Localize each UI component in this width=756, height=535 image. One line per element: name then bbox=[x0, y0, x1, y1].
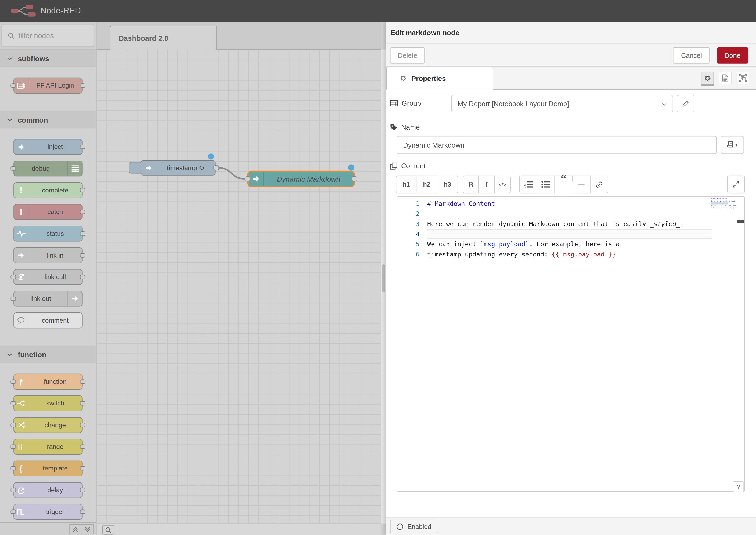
palette-search-input[interactable] bbox=[18, 31, 86, 40]
output-port bbox=[80, 253, 86, 258]
code-line-1: # Markdown Content bbox=[427, 199, 711, 209]
editor-minimap[interactable]: # Markdown ContentHere we can render dyn… bbox=[711, 198, 736, 217]
palette-node-label: range bbox=[29, 439, 82, 454]
palette-node-label: delay bbox=[29, 483, 82, 498]
palette-node-debug[interactable]: debug bbox=[14, 160, 82, 176]
blockquote-button[interactable]: “ bbox=[555, 176, 573, 182]
node-changed-dot bbox=[208, 153, 214, 159]
palette-node-link-out[interactable]: link out bbox=[14, 291, 82, 306]
editor-help-button[interactable]: ? bbox=[733, 481, 744, 492]
chevron-down-icon bbox=[662, 103, 667, 106]
palette-node-trigger[interactable]: trigger bbox=[14, 504, 82, 520]
code-button[interactable]: </> bbox=[495, 176, 511, 193]
app-header: Node-RED bbox=[0, 0, 756, 22]
node-changed-dot bbox=[348, 164, 354, 171]
palette-category-common[interactable]: common bbox=[0, 111, 96, 128]
flow-node-dynamic-markdown[interactable]: Dynamic Markdown bbox=[247, 171, 355, 187]
cancel-button[interactable]: Cancel bbox=[673, 47, 710, 64]
palette-filter-strip bbox=[0, 22, 96, 50]
tray-toolbar: Delete Cancel Done bbox=[386, 44, 756, 67]
heading1-button[interactable]: h1 bbox=[396, 176, 416, 193]
palette-node-switch[interactable]: switch bbox=[14, 395, 82, 411]
collapse-all-button[interactable] bbox=[70, 524, 81, 534]
canvas-footer bbox=[97, 524, 381, 535]
description-view-button[interactable] bbox=[719, 72, 732, 84]
chevron-down-icon bbox=[7, 353, 13, 356]
palette-node-status[interactable]: status bbox=[14, 226, 82, 241]
done-button[interactable]: Done bbox=[717, 47, 748, 64]
expand-editor-button[interactable] bbox=[727, 176, 745, 193]
workspace-tab-dashboard[interactable]: Dashboard 2.0 bbox=[110, 26, 217, 50]
input-port bbox=[11, 466, 16, 470]
palette-node-inject[interactable]: inject bbox=[14, 139, 82, 155]
palette-category-subflows[interactable]: subflows bbox=[0, 50, 96, 67]
minimap-line: We can inject `msg.payload`. For example… bbox=[711, 205, 736, 207]
pulse-icon bbox=[14, 226, 29, 241]
flow-node-label: Dynamic Markdown bbox=[264, 172, 353, 185]
edit-group-button[interactable] bbox=[677, 95, 694, 112]
enabled-toggle-button[interactable]: Enabled bbox=[390, 520, 438, 533]
palette-footer bbox=[0, 522, 96, 535]
comment-bubble-icon bbox=[14, 313, 29, 328]
output-port[interactable] bbox=[213, 165, 219, 170]
name-type-button[interactable]: ▾ bbox=[721, 136, 744, 154]
delete-button[interactable]: Delete bbox=[390, 47, 425, 64]
pencil-icon bbox=[682, 100, 689, 107]
italic-button[interactable]: I bbox=[479, 176, 495, 193]
link-button[interactable] bbox=[591, 176, 608, 193]
palette-category-items: injectdebug!complete!catchstatuslink inl… bbox=[0, 128, 96, 346]
ordered-list-button[interactable]: 1 2 3 bbox=[519, 176, 537, 193]
palette-node-change[interactable]: change bbox=[14, 417, 82, 433]
code-line-3: Here we can render dynamic Markdown cont… bbox=[427, 219, 711, 229]
palette-node-catch[interactable]: !catch bbox=[14, 204, 82, 220]
heading3-button[interactable]: h3 bbox=[437, 176, 458, 193]
flow-node-timestamp[interactable]: timestamp ↻ bbox=[141, 160, 216, 175]
output-port[interactable] bbox=[352, 176, 357, 181]
app-title: Node-RED bbox=[41, 6, 81, 15]
node-red-logo-icon bbox=[11, 4, 37, 18]
editor-code[interactable]: # Markdown ContentHere we can render dyn… bbox=[427, 199, 711, 260]
palette-node-comment[interactable]: comment bbox=[14, 312, 82, 328]
exclamation-icon: ! bbox=[14, 183, 29, 198]
gear-icon bbox=[400, 75, 407, 82]
name-field-label: Name bbox=[390, 124, 420, 131]
name-input[interactable] bbox=[397, 136, 717, 154]
palette-node-template[interactable]: {template bbox=[14, 461, 82, 476]
flow-canvas[interactable]: Dashboard 2.0 timestamp ↻ Dynamic Markdo… bbox=[97, 22, 381, 535]
line-number: 5 bbox=[397, 239, 427, 249]
tray-header: Edit markdown node bbox=[386, 22, 756, 44]
flow-grid[interactable]: timestamp ↻ Dynamic Markdown bbox=[97, 50, 381, 524]
group-select[interactable]: My Report [Notebook Layout Demo] bbox=[451, 95, 673, 112]
tab-properties[interactable]: Properties bbox=[386, 67, 493, 90]
unordered-list-button[interactable] bbox=[537, 176, 555, 193]
appearance-view-button[interactable] bbox=[737, 72, 749, 84]
palette-node-delay[interactable]: delay bbox=[14, 482, 82, 498]
palette-category-label: subflows bbox=[18, 54, 49, 62]
palette-node-range[interactable]: range bbox=[14, 439, 82, 455]
palette-node-complete[interactable]: !complete bbox=[14, 182, 82, 198]
palette-node-ff-api-login[interactable]: FF API Login bbox=[14, 78, 82, 94]
canvas-search-button[interactable] bbox=[102, 525, 114, 535]
palette-search[interactable] bbox=[1, 24, 94, 47]
palette-node-link-in[interactable]: link in bbox=[14, 247, 82, 263]
palette-node-function[interactable]: ffunction bbox=[14, 374, 82, 390]
properties-view-button[interactable] bbox=[701, 72, 714, 84]
input-port bbox=[11, 401, 16, 406]
expand-all-button[interactable] bbox=[81, 524, 94, 534]
scrollbar-thumb[interactable] bbox=[381, 264, 385, 292]
horizontal-rule-button[interactable]: — bbox=[573, 176, 591, 193]
heading2-button[interactable]: h2 bbox=[416, 176, 437, 193]
palette-node-label: link call bbox=[29, 269, 82, 284]
palette-node-link-call[interactable]: link call bbox=[14, 269, 82, 285]
ordered-list-icon: 1 2 3 bbox=[524, 181, 532, 188]
expand-icon bbox=[732, 181, 740, 188]
tray-tabbar: Properties bbox=[386, 67, 756, 90]
tag-icon bbox=[390, 124, 397, 131]
output-port bbox=[80, 401, 86, 406]
bold-button[interactable]: B bbox=[463, 176, 479, 193]
input-port[interactable] bbox=[245, 176, 250, 181]
markdown-code-editor[interactable]: 123456 # Markdown ContentHere we can ren… bbox=[397, 196, 745, 492]
caret-down-icon: ▾ bbox=[735, 143, 738, 147]
canvas-vertical-scrollbar[interactable] bbox=[381, 50, 386, 524]
palette-category-function[interactable]: function bbox=[0, 346, 96, 363]
